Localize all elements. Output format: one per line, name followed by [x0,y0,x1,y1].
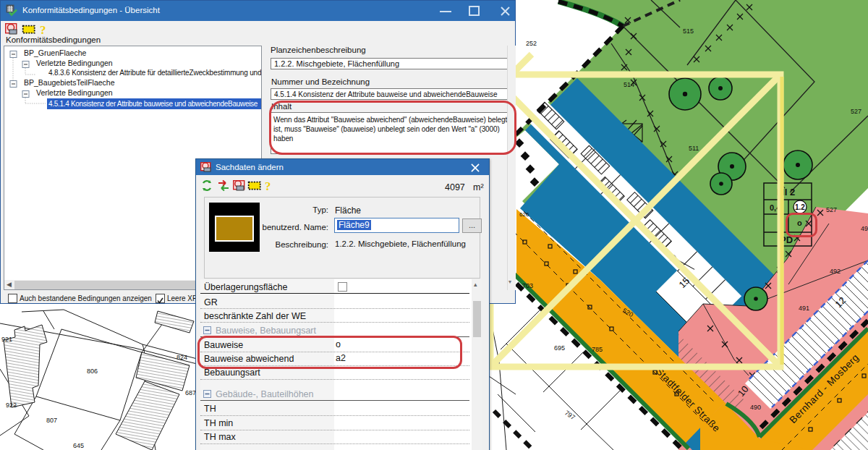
svg-text:491: 491 [799,305,809,312]
svg-text:490: 490 [750,404,761,411]
svg-text:527: 527 [851,108,861,115]
svg-text:785: 785 [592,346,603,353]
svg-text:922: 922 [6,402,17,409]
svg-text:921: 921 [1,336,12,343]
svg-text:511: 511 [689,145,699,152]
svg-text:824: 824 [176,354,187,361]
svg-text:695: 695 [554,344,565,352]
svg-text:527: 527 [826,206,837,213]
svg-text:514: 514 [624,81,634,88]
svg-text:797: 797 [563,409,576,421]
svg-text:645: 645 [73,442,84,449]
svg-text:1.2: 1.2 [795,203,805,211]
svg-text:626: 626 [519,211,529,218]
svg-text:687: 687 [185,389,196,396]
svg-text:806: 806 [87,368,98,375]
svg-text:252: 252 [526,40,537,47]
svg-text:?: ? [265,179,271,193]
svg-text:493: 493 [861,225,868,232]
svg-text:492: 492 [830,268,841,275]
svg-text:703: 703 [522,282,533,289]
svg-text:807: 807 [46,417,57,424]
svg-text:515: 515 [683,27,694,35]
